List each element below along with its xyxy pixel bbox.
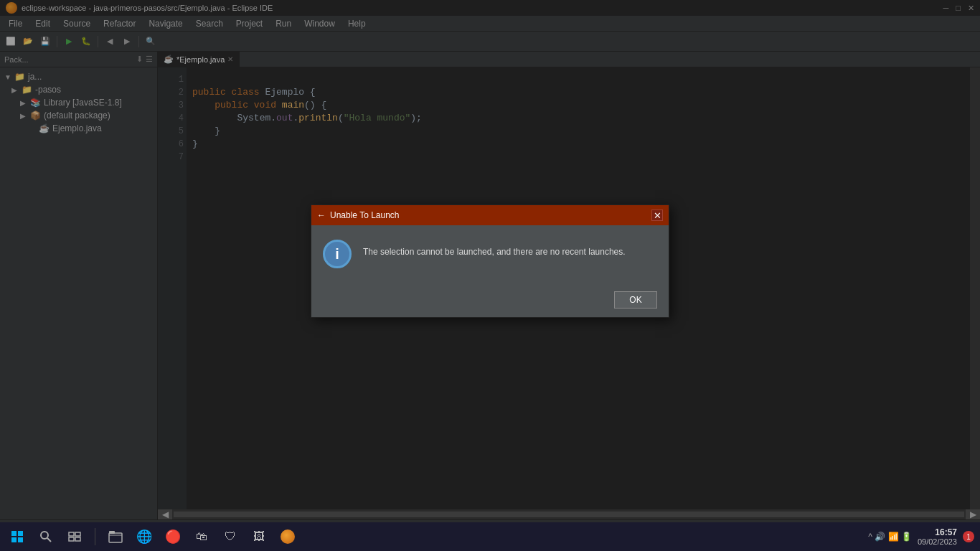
dialog-title-text: Unable To Launch	[330, 210, 400, 220]
chrome-button[interactable]: 🔴	[161, 525, 184, 548]
dialog-ok-button[interactable]: OK	[614, 291, 657, 309]
taskbar: 🌐 🔴 🛍 🛡 🖼 ^ 🔊 📶 🔋 16:57 09/02/2023 1	[0, 522, 980, 551]
dialog-title-left: ← Unable To Launch	[317, 210, 400, 220]
search-taskbar-button[interactable]	[34, 525, 57, 548]
system-clock[interactable]: 16:57 09/02/2023	[918, 527, 957, 546]
svg-line-5	[47, 538, 51, 542]
dialog-close-button[interactable]: ✕	[651, 209, 663, 221]
svg-rect-10	[109, 533, 122, 542]
svg-rect-1	[18, 531, 23, 536]
antivirus-button[interactable]: 🛡	[219, 525, 242, 548]
svg-rect-3	[18, 537, 23, 542]
system-tray-icons: ^ 🔊 📶 🔋	[868, 532, 912, 542]
dialog-unable-to-launch: ← Unable To Launch ✕ i The selection can…	[311, 204, 669, 318]
taskview-button[interactable]	[63, 525, 86, 548]
svg-rect-8	[69, 537, 74, 541]
file-manager-button[interactable]	[104, 525, 127, 548]
taskbar-separator	[95, 528, 95, 545]
taskbar-right: ^ 🔊 📶 🔋 16:57 09/02/2023 1	[868, 527, 974, 546]
eclipse-taskbar-button[interactable]	[276, 525, 299, 548]
svg-rect-7	[75, 532, 80, 536]
dialog-info-icon: i	[323, 240, 352, 268]
svg-rect-9	[75, 537, 80, 541]
store-button[interactable]: 🛍	[190, 525, 213, 548]
dialog-title-icon: ←	[317, 210, 326, 220]
svg-rect-0	[11, 531, 17, 536]
dialog-message: The selection cannot be launched, and th…	[363, 240, 626, 258]
dialog-titlebar: ← Unable To Launch ✕	[311, 205, 669, 225]
photos-button[interactable]: 🖼	[248, 525, 270, 548]
browser-edge-button[interactable]: 🌐	[133, 525, 156, 548]
dialog-body: i The selection cannot be launched, and …	[311, 225, 669, 283]
dialog-overlay: ← Unable To Launch ✕ i The selection can…	[0, 0, 980, 522]
dialog-footer: OK	[311, 283, 669, 317]
svg-rect-11	[109, 531, 115, 534]
clock-date: 09/02/2023	[918, 537, 957, 546]
svg-point-4	[41, 532, 48, 539]
clock-time: 16:57	[918, 527, 957, 537]
notification-badge[interactable]: 1	[963, 531, 974, 542]
start-button[interactable]	[6, 525, 29, 548]
svg-rect-6	[69, 532, 74, 536]
info-circle-icon: i	[323, 240, 352, 268]
svg-rect-2	[11, 537, 17, 542]
